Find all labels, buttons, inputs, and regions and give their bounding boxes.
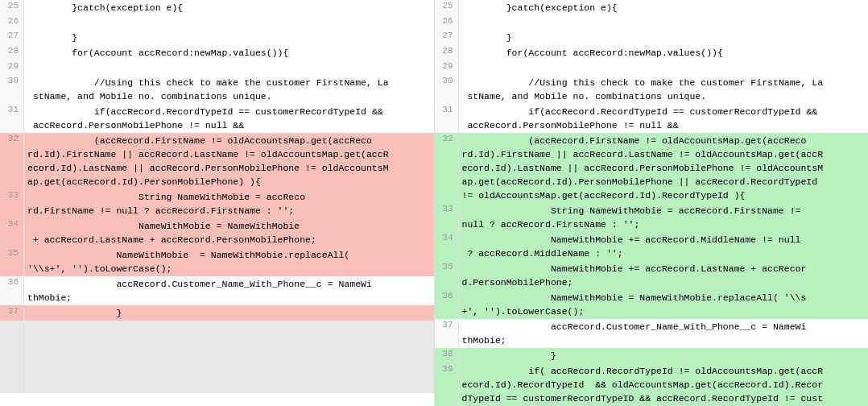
line-content: NameWithMobie += accRecord.MiddleName !=… (459, 232, 869, 261)
code-row: 27 } (435, 30, 869, 45)
line-number: 31 (0, 104, 24, 133)
diff-pane-right: 25 }catch(exception e){2627 }28 for(Acco… (435, 0, 869, 406)
line-number: 39 (435, 363, 459, 406)
code-row: 30 //Using this check to make the custom… (0, 75, 434, 104)
line-content: accRecord.Customer_Name_With_Phone__c = … (459, 319, 869, 348)
line-number: 29 (435, 60, 459, 75)
line-number: 26 (0, 15, 24, 30)
line-number: 34 (0, 218, 24, 247)
code-row: 34 NameWithMobie = NameWithMobie + accRe… (0, 218, 434, 247)
line-number (0, 321, 24, 335)
line-content (24, 15, 434, 30)
code-row: 32 (accRecord.FirstName != oldAccountsMa… (0, 133, 434, 189)
diff-container: 25 }catch(exception e){2627 }28 for(Acco… (0, 0, 868, 406)
line-content (24, 321, 434, 335)
line-number: 28 (0, 45, 24, 60)
line-number: 27 (435, 30, 459, 45)
line-number: 38 (435, 348, 459, 363)
code-row (0, 335, 434, 350)
line-content: (accRecord.FirstName != oldAccountsMap.g… (24, 133, 434, 189)
line-content (24, 364, 434, 379)
line-content: //Using this check to make the customer … (459, 75, 869, 104)
line-content: } (459, 30, 869, 45)
code-row: 37 accRecord.Customer_Name_With_Phone__c… (435, 319, 869, 348)
line-content: (accRecord.FirstName != oldAccountsMap.g… (459, 133, 869, 203)
line-number: 31 (435, 104, 459, 133)
line-number: 36 (435, 290, 459, 319)
line-content (24, 350, 434, 364)
line-number (0, 379, 24, 393)
line-number: 37 (435, 319, 459, 348)
code-row: 30 //Using this check to make the custom… (435, 75, 869, 104)
line-content: NameWithMobie += accRecord.LastName + ac… (459, 261, 869, 290)
line-number: 26 (435, 15, 459, 30)
line-content (24, 60, 434, 75)
line-number: 36 (0, 276, 24, 305)
code-row: 25 }catch(exception e){ (435, 0, 869, 15)
code-row (0, 364, 434, 379)
line-content: } (459, 348, 869, 363)
line-number: 29 (0, 60, 24, 75)
code-row: 26 (0, 15, 434, 30)
line-content: if( accRecord.RecordTypeId != oldAccount… (459, 363, 869, 406)
code-row (0, 350, 434, 364)
code-row: 25 }catch(exception e){ (0, 0, 434, 15)
line-content: } (24, 305, 434, 321)
code-row: 29 (435, 60, 869, 75)
line-content: accRecord.Customer_Name_With_Phone__c = … (24, 276, 434, 305)
code-row (0, 321, 434, 335)
line-content: NameWithMobie = NameWithMobie + accRecor… (24, 218, 434, 247)
code-row: 33 String NameWithMobie = accReco rd.Fir… (0, 189, 434, 218)
code-row: 31 if(accRecord.RecordTypeId == customer… (0, 104, 434, 133)
line-number: 34 (435, 232, 459, 261)
code-row: 29 (0, 60, 434, 75)
line-content: } (24, 30, 434, 45)
line-content: if(accRecord.RecordTypeId == customerRec… (24, 104, 434, 133)
code-row: 37 } (0, 305, 434, 321)
code-row: 36 accRecord.Customer_Name_With_Phone__c… (0, 276, 434, 305)
line-number: 30 (0, 75, 24, 104)
line-number (0, 350, 24, 364)
line-number (0, 364, 24, 379)
code-row (0, 379, 434, 393)
code-row: 36 NameWithMobie = NameWithMobie.replace… (435, 290, 869, 319)
line-number: 33 (435, 203, 459, 232)
code-row: 35 NameWithMobie = NameWithMobie.replace… (0, 247, 434, 276)
code-row: 31 if(accRecord.RecordTypeId == customer… (435, 104, 869, 133)
line-content: NameWithMobie = NameWithMobie.replaceAll… (24, 247, 434, 276)
line-content: if(accRecord.RecordTypeId == customerRec… (459, 104, 869, 133)
code-row: 32 (accRecord.FirstName != oldAccountsMa… (435, 133, 869, 203)
line-content (459, 15, 869, 30)
code-row: 39 if( accRecord.RecordTypeId != oldAcco… (435, 363, 869, 406)
line-content: String NameWithMobie = accReco rd.FirstN… (24, 189, 434, 218)
line-number: 32 (435, 133, 459, 203)
line-content: NameWithMobie = NameWithMobie.replaceAll… (459, 290, 869, 319)
line-content (459, 60, 869, 75)
line-number: 30 (435, 75, 459, 104)
code-row: 28 for(Account accRecord:newMap.values()… (435, 45, 869, 60)
line-content: }catch(exception e){ (459, 0, 869, 15)
line-number: 32 (0, 133, 24, 189)
line-number: 25 (435, 0, 459, 15)
line-number: 25 (0, 0, 24, 15)
line-number: 35 (435, 261, 459, 290)
line-number: 27 (0, 30, 24, 45)
line-content (24, 379, 434, 393)
line-number: 37 (0, 305, 24, 321)
code-row: 33 String NameWithMobie = accRecord.Firs… (435, 203, 869, 232)
code-row: 26 (435, 15, 869, 30)
diff-pane-left: 25 }catch(exception e){2627 }28 for(Acco… (0, 0, 435, 406)
code-row: 34 NameWithMobie += accRecord.MiddleName… (435, 232, 869, 261)
line-number: 28 (435, 45, 459, 60)
code-row: 28 for(Account accRecord:newMap.values()… (0, 45, 434, 60)
line-content: for(Account accRecord:newMap.values()){ (459, 45, 869, 60)
line-number: 35 (0, 247, 24, 276)
line-content: //Using this check to make the customer … (24, 75, 434, 104)
line-content: for(Account accRecord:newMap.values()){ (24, 45, 434, 60)
line-number: 33 (0, 189, 24, 218)
line-content: }catch(exception e){ (24, 0, 434, 15)
code-row: 38 } (435, 348, 869, 363)
code-row: 27 } (0, 30, 434, 45)
line-number (0, 335, 24, 350)
line-content: String NameWithMobie = accRecord.FirstNa… (459, 203, 869, 232)
